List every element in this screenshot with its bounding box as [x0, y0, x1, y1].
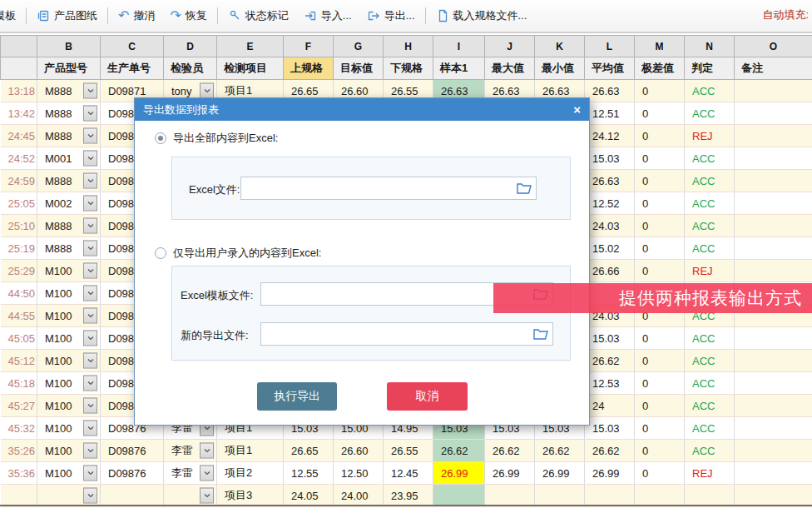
table-cell[interactable]: ACC: [685, 215, 735, 237]
cancel-button[interactable]: 取消: [387, 382, 468, 411]
table-cell[interactable]: [735, 350, 812, 372]
table-cell[interactable]: [735, 462, 812, 485]
column-header[interactable]: 检测项目: [217, 57, 284, 80]
table-cell[interactable]: 25:10: [1, 215, 37, 237]
column-letter[interactable]: D: [164, 36, 217, 57]
status-mark-button[interactable]: 状态标记: [220, 4, 296, 27]
new-export-file-input[interactable]: [261, 323, 552, 345]
table-cell[interactable]: [735, 237, 812, 260]
table-cell[interactable]: 23.95: [384, 485, 433, 507]
dropdown-button[interactable]: [83, 421, 97, 436]
column-letter[interactable]: M: [635, 36, 685, 57]
column-letter[interactable]: H: [384, 36, 433, 57]
table-cell[interactable]: [535, 485, 585, 507]
table-cell[interactable]: M888: [37, 80, 101, 102]
table-cell[interactable]: M100: [37, 462, 101, 485]
table-cell[interactable]: [433, 485, 485, 507]
column-header[interactable]: 检验员: [164, 57, 217, 80]
table-cell[interactable]: 15.03: [585, 147, 635, 170]
table-cell[interactable]: ACC: [685, 102, 735, 125]
column-header[interactable]: 下规格: [384, 57, 433, 80]
table-cell[interactable]: 0: [635, 440, 685, 462]
table-cell[interactable]: 0: [635, 395, 685, 417]
table-cell[interactable]: 26.99: [535, 462, 585, 485]
table-cell[interactable]: 12.53: [585, 372, 635, 395]
table-cell[interactable]: 项目3: [217, 485, 284, 507]
folder-browse-icon[interactable]: [517, 182, 532, 195]
table-cell[interactable]: ACC: [685, 147, 735, 170]
table-cell[interactable]: [735, 260, 812, 282]
column-header[interactable]: 上规格: [284, 57, 334, 80]
dropdown-button[interactable]: [83, 218, 97, 234]
table-cell[interactable]: ACC: [685, 350, 735, 372]
table-cell[interactable]: [735, 417, 812, 440]
table-cell[interactable]: 0: [635, 417, 685, 440]
table-cell[interactable]: 项目2: [217, 462, 284, 485]
table-cell[interactable]: REJ: [685, 260, 735, 282]
table-cell[interactable]: [735, 485, 812, 507]
table-cell[interactable]: 26.62: [433, 440, 485, 462]
import-button[interactable]: 导入...: [296, 4, 359, 27]
table-cell[interactable]: M100: [37, 350, 101, 372]
table-cell[interactable]: 0: [635, 350, 685, 372]
dropdown-button[interactable]: [83, 376, 97, 391]
undo-button[interactable]: ↶ 撤消: [111, 4, 162, 27]
table-cell[interactable]: [735, 215, 812, 237]
table-cell[interactable]: 26.62: [585, 350, 635, 372]
column-letter[interactable]: C: [101, 36, 164, 57]
table-cell[interactable]: ACC: [685, 192, 735, 215]
table-cell[interactable]: 项目1: [217, 440, 284, 462]
dropdown-button[interactable]: [83, 83, 97, 99]
column-header[interactable]: 判定: [685, 57, 735, 80]
dropdown-button[interactable]: [83, 241, 97, 256]
table-cell[interactable]: 0: [635, 170, 685, 192]
table-cell[interactable]: 0: [635, 102, 685, 125]
column-header[interactable]: 产品型号: [37, 57, 101, 80]
column-header[interactable]: 平均值: [585, 57, 635, 80]
table-cell[interactable]: 26.62: [585, 440, 635, 462]
table-cell[interactable]: M100: [37, 417, 101, 440]
template-button[interactable]: 模板: [0, 4, 23, 27]
table-cell[interactable]: M100: [37, 260, 101, 282]
column-letter[interactable]: [1, 36, 37, 57]
table-cell[interactable]: ACC: [685, 327, 735, 350]
table-cell[interactable]: [735, 147, 812, 170]
table-cell[interactable]: 15.03: [585, 417, 635, 440]
table-cell[interactable]: [735, 102, 812, 125]
product-drawing-button[interactable]: 产品图纸: [29, 4, 105, 27]
table-cell[interactable]: 15.02: [585, 237, 635, 260]
dropdown-button[interactable]: [83, 151, 97, 167]
table-cell[interactable]: D09876: [101, 462, 164, 485]
dropdown-button[interactable]: [83, 196, 97, 212]
table-cell[interactable]: 26.99: [485, 462, 535, 485]
table-cell[interactable]: M100: [37, 327, 101, 350]
table-cell[interactable]: [635, 485, 685, 507]
table-cell[interactable]: 24:52: [1, 147, 37, 170]
table-cell[interactable]: [685, 485, 735, 507]
table-cell[interactable]: 0: [635, 147, 685, 170]
table-cell[interactable]: M100: [37, 395, 101, 417]
column-letter[interactable]: L: [585, 36, 635, 57]
dropdown-button[interactable]: [83, 308, 97, 324]
table-cell[interactable]: 0: [635, 260, 685, 282]
table-cell[interactable]: 45:27: [1, 395, 37, 417]
radio-selected-icon[interactable]: [155, 132, 166, 144]
table-cell[interactable]: 13:42: [1, 102, 37, 125]
table-cell[interactable]: 26.66: [585, 260, 635, 282]
dropdown-button[interactable]: [83, 466, 97, 481]
table-cell[interactable]: 李雷: [164, 440, 217, 462]
table-cell[interactable]: 0: [635, 215, 685, 237]
table-cell[interactable]: REJ: [685, 462, 735, 485]
load-spec-file-button[interactable]: 载入规格文件...: [428, 4, 535, 27]
table-cell[interactable]: ACC: [685, 440, 735, 462]
dropdown-button[interactable]: [83, 286, 97, 301]
table-cell[interactable]: ACC: [685, 80, 735, 102]
table-cell[interactable]: 0: [635, 80, 685, 102]
table-cell[interactable]: 24.12: [585, 125, 635, 147]
table-cell[interactable]: [101, 485, 164, 507]
table-cell[interactable]: REJ: [685, 125, 735, 147]
redo-button[interactable]: ↷ 恢复: [162, 4, 214, 27]
table-cell[interactable]: M888: [37, 102, 101, 125]
column-letter[interactable]: O: [735, 36, 812, 57]
table-cell[interactable]: 26.63: [585, 80, 635, 102]
